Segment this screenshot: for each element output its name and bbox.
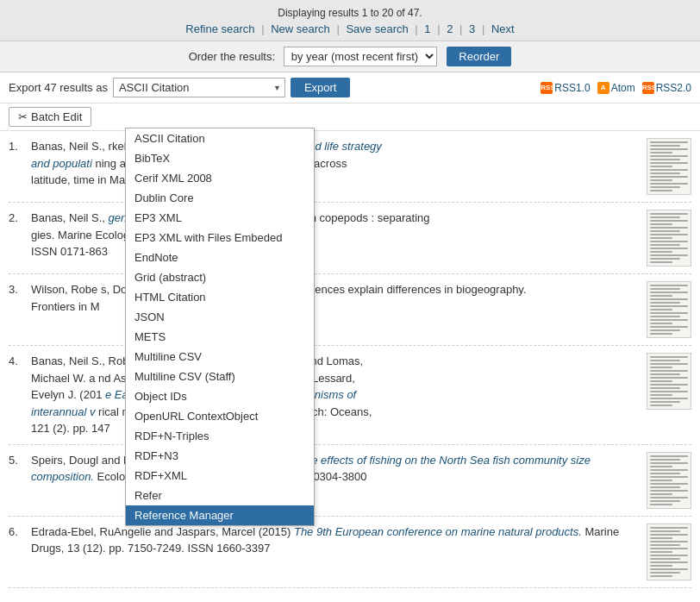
export-bar: Export 47 results as ASCII Citation BibT…	[0, 72, 700, 103]
dropdown-item-bibtex[interactable]: BibTeX	[126, 148, 314, 168]
result-journal: Frontiers in M	[31, 300, 99, 313]
result-content: Speirs, Dougl and Heath, Michael R. (201…	[31, 452, 641, 486]
scissors-icon: ✂	[18, 110, 28, 123]
dropdown-item-rdf-n3[interactable]: RDF+N3	[126, 446, 314, 466]
table-row: 3. Wilson, Robe s, Douglas (2016) finmar…	[9, 274, 691, 346]
result-authors: Wilson, Robe	[31, 283, 97, 296]
dropdown-item-openurl[interactable]: OpenURL ContextObject	[126, 406, 314, 426]
reorder-button[interactable]: Reorder	[447, 47, 511, 66]
sep3: |	[415, 22, 417, 35]
save-search-link[interactable]: Save search	[346, 22, 408, 35]
dropdown-item-ep3xml-files[interactable]: EP3 XML with Files Embeded	[126, 228, 314, 248]
page-1-link[interactable]: 1	[424, 22, 430, 35]
page-2-link[interactable]: 2	[447, 22, 453, 35]
atom-link[interactable]: A Atom	[597, 82, 635, 94]
result-authors2: Michael W. a	[31, 372, 95, 385]
dropdown-item-cerif[interactable]: Cerif XML 2008	[126, 168, 314, 188]
rss2-link[interactable]: RSS RSS2.0	[642, 82, 691, 94]
rss1-link[interactable]: RSS RSS1.0	[541, 82, 590, 94]
result-number: 5.	[9, 452, 26, 467]
dropdown-item-ep3xml[interactable]: EP3 XML	[126, 208, 314, 228]
result-title-link2[interactable]: interannual v	[31, 405, 95, 418]
export-label: Export 47 results as	[9, 81, 108, 94]
dropdown-item-grid[interactable]: Grid (abstract)	[126, 267, 314, 287]
result-content: Banas, Neil S., rkel C. and Eisner, Lisa…	[31, 138, 641, 189]
result-content: Wilson, Robe s, Douglas (2016) finmarchi…	[31, 281, 641, 315]
dropdown-item-html[interactable]: HTML Citation	[126, 287, 314, 307]
dropdown-item-rdf-xml[interactable]: RDF+XML	[126, 466, 314, 486]
export-format-dropdown: ASCII Citation BibTeX Cerif XML 2008 Dub…	[125, 128, 315, 526]
displaying-text: Displaying results 1 to 20 of 47.	[3, 7, 697, 19]
result-thumbnail	[647, 452, 691, 509]
export-button[interactable]: Export	[291, 78, 351, 97]
table-row: 4. Banas, Neil S., Robert C. and Sambrot…	[9, 346, 691, 445]
result-thumbnail	[647, 353, 691, 410]
next-link[interactable]: Next	[491, 22, 515, 35]
export-format-select[interactable]: ASCII Citation BibTeX Cerif XML 2008 Dub…	[113, 78, 285, 97]
result-number: 4.	[9, 353, 26, 367]
result-authors: Banas, Neil S.,	[31, 211, 109, 224]
order-bar: Order the results: by year (most recent …	[0, 41, 700, 72]
result-title-link[interactable]: The 9th European conference on marine na…	[294, 525, 582, 538]
batch-edit-bar: ✂ Batch Edit	[0, 103, 700, 131]
result-journal: latitude, time	[31, 173, 95, 186]
result-number: 2.	[9, 210, 26, 224]
result-extra3: 121 (2). pp. 147	[31, 422, 110, 435]
result-authors: Edrada-Ebel, RuAngelie and Jaspars, Marc…	[31, 525, 294, 538]
order-label: Order the results:	[189, 50, 275, 63]
dropdown-item-object-ids[interactable]: Object IDs	[126, 386, 314, 406]
result-authors3: Evelyn J. (201	[31, 388, 102, 401]
atom-icon: A	[597, 82, 609, 94]
new-search-link[interactable]: New search	[271, 22, 330, 35]
result-issn: ISSN 0171-863	[31, 245, 108, 258]
result-content: Banas, Neil S., general const raits cont…	[31, 210, 641, 260]
table-row: 2. Banas, Neil S., general const raits c…	[9, 203, 691, 274]
result-thumbnail	[647, 210, 691, 267]
table-row: 6. Edrada-Ebel, RuAngelie and Jaspars, M…	[9, 517, 691, 588]
result-number: 6.	[9, 524, 26, 538]
result-thumbnail	[647, 281, 691, 338]
batch-edit-label: Batch Edit	[31, 110, 82, 123]
rss2-icon: RSS	[642, 82, 654, 94]
dropdown-item-reference-manager[interactable]: Reference Manager	[126, 505, 314, 525]
order-select[interactable]: by year (most recent first) by relevance…	[284, 47, 437, 66]
nav-links: Refine search | New search | Save search…	[3, 22, 697, 35]
result-thumbnail	[647, 524, 691, 580]
export-format-wrapper: ASCII Citation BibTeX Cerif XML 2008 Dub…	[113, 78, 285, 97]
rss-links: RSS RSS1.0 A Atom RSS RSS2.0	[541, 82, 691, 94]
result-thumbnail	[647, 138, 691, 195]
result-issn: ISSN 1660-3397	[187, 542, 270, 555]
dropdown-item-rdf-ntriples[interactable]: RDF+N-Triples	[126, 426, 314, 446]
dropdown-item-ascii-citation[interactable]: ASCII Citation	[126, 129, 314, 148]
dropdown-item-dublin[interactable]: Dublin Core	[126, 188, 314, 208]
result-content: Edrada-Ebel, RuAngelie and Jaspars, Marc…	[31, 524, 641, 557]
table-row: 5. Speirs, Dougl and Heath, Michael R. (…	[9, 445, 691, 517]
result-authors: Banas, Neil S.,	[31, 354, 109, 367]
result-authors: Speirs, Dougl	[31, 454, 98, 467]
dropdown-item-multiline-csv-staff[interactable]: Multiline CSV (Staff)	[126, 367, 314, 386]
dropdown-item-multiline-csv[interactable]: Multiline CSV	[126, 347, 314, 367]
page-wrapper: Displaying results 1 to 20 of 47. Refine…	[0, 0, 700, 588]
result-authors: Banas, Neil S.,	[31, 140, 109, 153]
dropdown-item-endnote[interactable]: EndNote	[126, 248, 314, 267]
result-number: 3.	[9, 281, 26, 296]
dropdown-item-refer[interactable]: Refer	[126, 486, 314, 505]
results-list: 1. Banas, Neil S., rkel C. and Eisner, L…	[0, 131, 700, 588]
page-3-link[interactable]: 3	[469, 22, 475, 35]
table-row: 1. Banas, Neil S., rkel C. and Eisner, L…	[9, 131, 691, 203]
dropdown-item-mets[interactable]: METS	[126, 327, 314, 347]
result-number: 1.	[9, 138, 26, 153]
sep1: |	[261, 22, 264, 35]
sep6: |	[482, 22, 484, 35]
result-content: Banas, Neil S., Robert C. and Sambrotto,…	[31, 353, 641, 437]
batch-edit-button[interactable]: ✂ Batch Edit	[9, 107, 91, 127]
sep4: |	[437, 22, 440, 35]
sep5: |	[459, 22, 462, 35]
header-bar: Displaying results 1 to 20 of 47. Refine…	[0, 0, 700, 41]
refine-search-link[interactable]: Refine search	[185, 22, 254, 35]
dropdown-item-json[interactable]: JSON	[126, 307, 314, 327]
result-text2: gies.	[31, 229, 54, 241]
rss1-icon: RSS	[541, 82, 553, 94]
sep2: |	[336, 22, 339, 35]
